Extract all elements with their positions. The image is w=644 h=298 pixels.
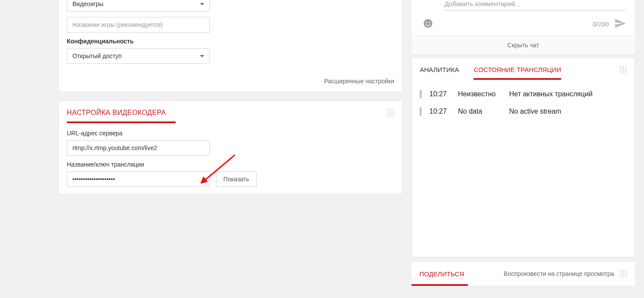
encoder-title: НАСТРОЙКА ВИДЕОКОДЕРА: [67, 109, 166, 123]
encoder-settings-card: НАСТРОЙКА ВИДЕОКОДЕРА URL-адрес сервера …: [59, 101, 402, 194]
title-underline: [412, 284, 468, 286]
svg-point-1: [426, 22, 427, 23]
log-message: Нет активных трансляций: [509, 90, 592, 98]
comment-input[interactable]: Добавить комментарий...: [445, 0, 626, 10]
category-value: Видеоигры: [72, 0, 104, 7]
privacy-select[interactable]: Открытый доступ: [67, 48, 210, 64]
status-bar-icon: [420, 90, 422, 98]
log-status: No data: [458, 108, 501, 115]
hide-chat-button[interactable]: Скрыть чат: [412, 36, 635, 55]
title-underline: [67, 121, 176, 123]
drag-handle-icon[interactable]: [620, 270, 627, 278]
tab-analytics[interactable]: АНАЛИТИКА: [420, 66, 459, 79]
log-time: 10:27: [429, 108, 450, 115]
drag-handle-icon[interactable]: [387, 109, 394, 117]
show-key-button[interactable]: Показать: [216, 171, 257, 187]
emoji-icon[interactable]: [423, 18, 433, 30]
comment-box: Добавить комментарий... 0/200: [412, 0, 635, 36]
log-time: 10:27: [429, 90, 450, 98]
share-title: ПОДЕЛИТЬСЯ: [419, 270, 464, 278]
log-list: 10:27 Неизвестно Нет активных трансляций…: [412, 79, 634, 126]
log-status: Неизвестно: [458, 90, 501, 98]
chevron-down-icon: [200, 55, 204, 57]
server-url-label: URL-адрес сервера: [67, 130, 394, 137]
log-item: 10:27 No data No active stream: [420, 103, 627, 120]
privacy-label: Конфиденциальность: [67, 38, 394, 45]
privacy-value: Открытый доступ: [72, 52, 122, 59]
advanced-settings-link[interactable]: Расширенные настройки: [59, 76, 402, 92]
char-counter: 0/200: [592, 20, 609, 28]
svg-point-2: [429, 22, 430, 23]
log-message: No active stream: [509, 108, 561, 115]
chevron-down-icon: [200, 3, 204, 5]
stream-key-input[interactable]: [67, 171, 210, 187]
tab-stream-state[interactable]: СОСТОЯНИЕ ТРАНСЛЯЦИИ: [474, 66, 561, 79]
category-select[interactable]: Видеоигры: [67, 0, 210, 12]
basic-info-card: Видеоигры Конфиденциальность Открытый до…: [59, 0, 402, 92]
drag-handle-icon[interactable]: [620, 66, 627, 74]
game-name-input[interactable]: [67, 17, 210, 33]
log-item: 10:27 Неизвестно Нет активных трансляций: [420, 85, 627, 103]
share-card: ПОДЕЛИТЬСЯ Воспроизвести на странице про…: [412, 262, 635, 285]
send-icon[interactable]: [614, 17, 626, 31]
watch-page-link[interactable]: Воспроизвести на странице просмотра: [504, 270, 614, 277]
stream-status-card: АНАЛИТИКА СОСТОЯНИЕ ТРАНСЛЯЦИИ 10:27 Неи…: [412, 58, 635, 257]
stream-key-label: Название/ключ трансляции: [67, 161, 394, 168]
svg-point-0: [424, 19, 432, 28]
status-bar-icon: [420, 107, 422, 116]
server-url-input[interactable]: [67, 140, 210, 156]
